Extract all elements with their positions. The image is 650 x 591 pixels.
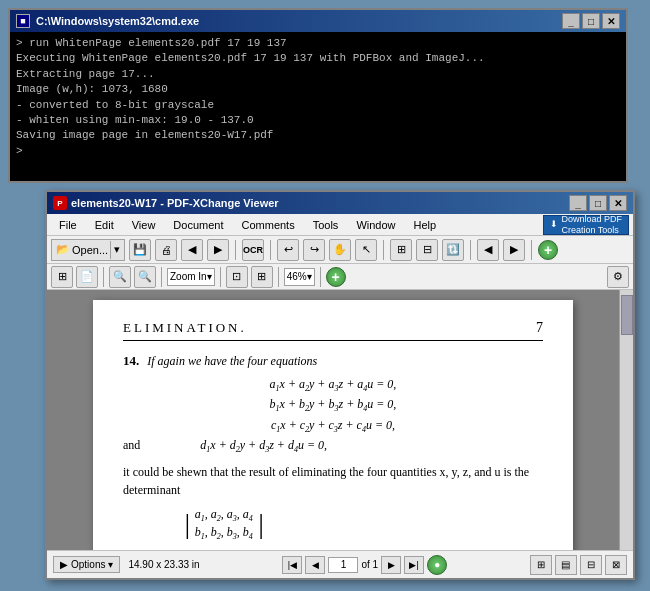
- pdf-minimize-button[interactable]: _: [569, 195, 587, 211]
- save-button[interactable]: 💾: [129, 239, 151, 261]
- status-view-button[interactable]: ▤: [555, 555, 577, 575]
- options-label: Options: [71, 559, 105, 570]
- folder-icon: 📂: [56, 243, 70, 256]
- full-page-btn[interactable]: ⊞: [251, 266, 273, 288]
- open-label: Open...: [72, 244, 108, 256]
- det-row-2: b1, b2, b3, b4: [195, 525, 253, 541]
- menu-document[interactable]: Document: [165, 217, 231, 233]
- redo-button[interactable]: ↪: [303, 239, 325, 261]
- pdf-controls: _ □ ✕: [569, 195, 627, 211]
- cmd-line-3: Extracting page 17...: [16, 67, 620, 82]
- pdf-titlebar: P elements20-W17 - PDF-XChange Viewer _ …: [47, 192, 633, 214]
- status-extra-button[interactable]: ⊠: [605, 555, 627, 575]
- status-layout-button[interactable]: ⊟: [580, 555, 602, 575]
- arrow-forward-button[interactable]: ▶: [207, 239, 229, 261]
- zoom-in-button[interactable]: 🔍: [134, 266, 156, 288]
- download-pdf-button[interactable]: ⬇ Download PDFCreation Tools: [543, 215, 629, 235]
- options-icon: ▶: [60, 559, 68, 570]
- equation-1: a1x + a2y + a3z + a4u = 0,: [123, 377, 543, 393]
- cmd-body: > run WhitenPage elements20.pdf 17 19 13…: [10, 32, 626, 181]
- fit-page-button[interactable]: ⊞: [390, 239, 412, 261]
- cmd-titlebar: ■ C:\Windows\system32\cmd.exe _ □ ✕: [10, 10, 626, 32]
- zoom-percent-dropdown[interactable]: 46% ▾: [284, 268, 315, 286]
- status-green-button[interactable]: ●: [427, 555, 447, 575]
- page-input-nav[interactable]: [328, 557, 358, 573]
- bracket-left: |: [183, 510, 191, 538]
- select-button[interactable]: ↖: [355, 239, 377, 261]
- thumb-view-button[interactable]: ⊞: [51, 266, 73, 288]
- download-label: Download PDFCreation Tools: [561, 214, 622, 236]
- print-button[interactable]: 🖨: [155, 239, 177, 261]
- rotate-button[interactable]: 🔃: [442, 239, 464, 261]
- cmd-line-6: - whiten using min-max: 19.0 - 137.0: [16, 113, 620, 128]
- fit-btn[interactable]: ⊡: [226, 266, 248, 288]
- zoom-percent-value: 46%: [287, 271, 307, 282]
- status-nav: |◀ ◀ of 1 ▶ ▶| ●: [282, 555, 447, 575]
- fit-width-button[interactable]: ⊟: [416, 239, 438, 261]
- pdf-title-text: elements20-W17 - PDF-XChange Viewer: [71, 197, 279, 209]
- nav-last-button[interactable]: ▶|: [404, 556, 424, 574]
- menu-window[interactable]: Window: [348, 217, 403, 233]
- zoom-dropdown-arrow: ▾: [207, 271, 212, 282]
- cmd-icon: ■: [16, 14, 30, 28]
- problem-text: If again we have the four equations: [147, 354, 317, 369]
- cmd-prompt: >: [16, 144, 620, 159]
- pdf-maximize-button[interactable]: □: [589, 195, 607, 211]
- cmd-maximize-button[interactable]: □: [582, 13, 600, 29]
- prev-page-button[interactable]: ◀: [477, 239, 499, 261]
- sep2-3: [220, 267, 221, 287]
- nav-next-button[interactable]: ▶: [381, 556, 401, 574]
- nav-first-button[interactable]: |◀: [282, 556, 302, 574]
- page-dimensions: 14.90 x 23.33 in: [128, 559, 199, 570]
- nav-prev-button[interactable]: ◀: [305, 556, 325, 574]
- ocr-button[interactable]: OCR: [242, 239, 264, 261]
- arrow-back-button[interactable]: ◀: [181, 239, 203, 261]
- undo-button[interactable]: ↩: [277, 239, 299, 261]
- menu-comments[interactable]: Comments: [234, 217, 303, 233]
- menu-items: File Edit View Document Comments Tools W…: [51, 217, 444, 233]
- menu-edit[interactable]: Edit: [87, 217, 122, 233]
- page-number: 7: [536, 320, 543, 336]
- settings-button[interactable]: ⚙: [607, 266, 629, 288]
- pdf-scrollbar[interactable]: [619, 290, 633, 550]
- cmd-line-5: - converted to 8-bit grayscale: [16, 98, 620, 113]
- equation-4: d1x + d2y + d3z + d4u = 0,: [200, 438, 327, 454]
- options-button[interactable]: ▶ Options ▾: [53, 556, 120, 573]
- sep-4: [470, 240, 471, 260]
- menu-file[interactable]: File: [51, 217, 85, 233]
- menu-help[interactable]: Help: [406, 217, 445, 233]
- status-right-icons: ⊞ ▤ ⊟ ⊠: [530, 555, 627, 575]
- result-text: it could be shewn that the result of eli…: [123, 463, 543, 499]
- page-view-button[interactable]: 📄: [76, 266, 98, 288]
- zoom-add-button[interactable]: +: [326, 267, 346, 287]
- hand-tool-button[interactable]: ✋: [329, 239, 351, 261]
- sep2-2: [161, 267, 162, 287]
- zoom-out-button[interactable]: 🔍: [109, 266, 131, 288]
- scrollbar-thumb[interactable]: [621, 295, 633, 335]
- download-icon: ⬇: [550, 219, 558, 230]
- menu-tools[interactable]: Tools: [305, 217, 347, 233]
- pdf-menubar: File Edit View Document Comments Tools W…: [47, 214, 633, 236]
- cmd-title: ■ C:\Windows\system32\cmd.exe: [16, 14, 199, 28]
- page-header: ELIMINATION. 7: [123, 320, 543, 341]
- zoom-percent-arrow: ▾: [307, 271, 312, 282]
- pdf-page[interactable]: ELIMINATION. 7 14. If again we have the …: [47, 290, 619, 550]
- zoom-in-label: Zoom In: [170, 271, 207, 282]
- equation-3: c1x + c2y + c3z + c4u = 0,: [123, 418, 543, 434]
- cmd-line-2: Executing WhitenPage elements20.pdf 17 1…: [16, 51, 620, 66]
- problem-number: 14.: [123, 353, 139, 369]
- sep-5: [531, 240, 532, 260]
- zoom-dropdown[interactable]: Zoom In ▾: [167, 268, 215, 286]
- pdf-title: P elements20-W17 - PDF-XChange Viewer: [53, 196, 279, 210]
- open-arrow-icon[interactable]: ▾: [110, 241, 120, 259]
- open-button[interactable]: 📂 Open... ▾: [51, 239, 125, 261]
- menu-view[interactable]: View: [124, 217, 164, 233]
- status-fit-button[interactable]: ⊞: [530, 555, 552, 575]
- add-button[interactable]: +: [538, 240, 558, 260]
- pdf-close-button[interactable]: ✕: [609, 195, 627, 211]
- cmd-close-button[interactable]: ✕: [602, 13, 620, 29]
- status-left: ▶ Options ▾ 14.90 x 23.33 in: [53, 556, 200, 573]
- next-page-button[interactable]: ▶: [503, 239, 525, 261]
- sep-2: [270, 240, 271, 260]
- cmd-minimize-button[interactable]: _: [562, 13, 580, 29]
